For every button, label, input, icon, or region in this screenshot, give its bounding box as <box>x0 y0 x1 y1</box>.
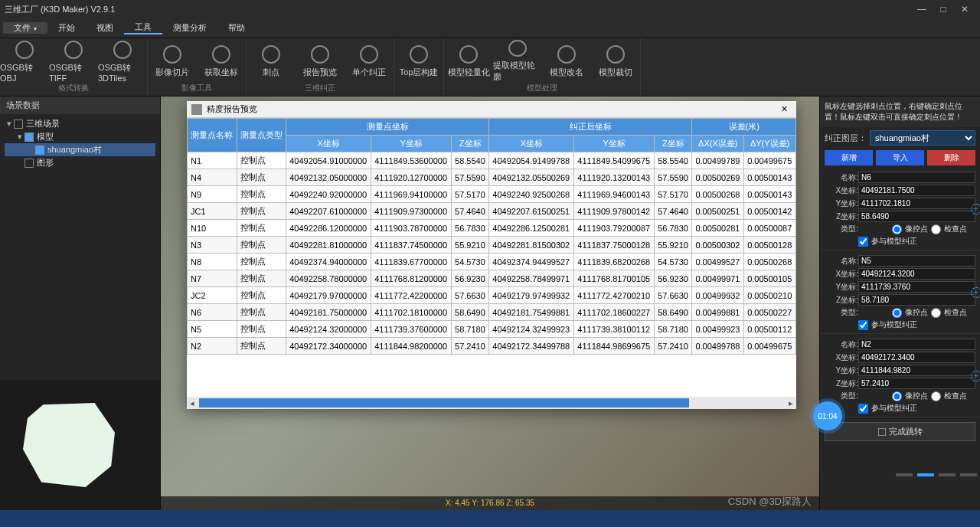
y-field[interactable] <box>858 198 975 209</box>
tool-osgb-3dtiles[interactable]: OSGB转3DTiles <box>98 40 147 83</box>
type-radio-control[interactable] <box>892 391 902 401</box>
name-field[interactable] <box>858 172 975 183</box>
maximize-button[interactable]: □ <box>933 4 954 15</box>
layer-select[interactable]: shuangmiao村 <box>870 130 975 146</box>
tool-label: OSGB转3DTiles <box>98 62 147 83</box>
group-label: 模型处理 <box>527 83 557 94</box>
menu-analysis[interactable]: 测量分析 <box>162 22 217 34</box>
tool-osgb-tiff[interactable]: OSGB转TIFF <box>49 40 98 83</box>
y-field[interactable] <box>858 281 975 293</box>
tree-item[interactable]: 图形 <box>5 156 155 169</box>
delete-button[interactable]: 删除 <box>927 150 975 165</box>
table-row[interactable]: N10控制点40492286.120000004111903.787000005… <box>188 220 796 237</box>
sidebar: 场景数据 ▾三维场景▾模型shuangmiao村图形 <box>0 97 161 510</box>
table-row[interactable]: N9控制点40492240.920000004111969.9410000057… <box>188 186 796 203</box>
minimize-button[interactable]: — <box>911 4 933 15</box>
z-field[interactable] <box>858 294 975 306</box>
scroll-right-icon[interactable]: ▸ <box>786 398 796 408</box>
pager[interactable] <box>896 473 977 476</box>
close-button[interactable]: ✕ <box>954 4 975 15</box>
type-radio-control[interactable] <box>892 308 902 318</box>
table-row[interactable]: N8控制点40492374.940000004111839.6770000054… <box>188 254 796 270</box>
group-label: 三维纠正 <box>305 83 335 94</box>
report-dialog: 精度报告预览 ✕ 测量点名称测量点类型测量点坐标纠正后坐标误差(米) X坐标Y坐… <box>187 101 796 409</box>
titlebar: 三维工厂 (K3D Maker) V2.9.1 — □ ✕ <box>0 0 980 18</box>
tree-item[interactable]: ▾三维场景 <box>5 117 155 130</box>
menu-tools[interactable]: 工具 <box>124 21 162 34</box>
menu-help[interactable]: 帮助 <box>217 22 256 34</box>
tool-top-layer[interactable]: Top层构建 <box>394 40 443 83</box>
type-radio-control[interactable] <box>892 224 902 234</box>
menu-file[interactable]: 文件 <box>3 22 47 34</box>
table-row[interactable]: N3控制点40492281.810000004111837.7450000055… <box>188 237 796 254</box>
x-field[interactable] <box>858 352 975 363</box>
add-icon[interactable]: + <box>971 204 980 214</box>
participate-checkbox[interactable] <box>858 320 868 330</box>
tool-ci-point[interactable]: 刺点 <box>247 40 296 83</box>
type-radio-check[interactable] <box>931 224 941 234</box>
get-coord-icon <box>212 45 230 64</box>
add-icon[interactable]: + <box>971 287 980 298</box>
tool-label: OSGB转TIFF <box>49 62 98 83</box>
tool-get-coord[interactable]: 获取坐标 <box>197 40 246 83</box>
toolbar: OSGB转OBJOSGB转TIFFOSGB转3DTiles格式转换影像切片获取坐… <box>0 38 980 97</box>
tool-model-light[interactable]: 模型轻量化 <box>444 40 493 83</box>
table-row[interactable]: N4控制点40492132.050000004111920.1270000057… <box>188 169 796 186</box>
menu-view[interactable]: 视图 <box>86 22 124 34</box>
add-icon[interactable]: + <box>971 371 980 381</box>
ci-point-icon <box>262 45 280 64</box>
table-row[interactable]: JC2控制点40492179.970000004111772.422000005… <box>188 287 796 304</box>
name-field[interactable] <box>858 255 975 267</box>
tool-osgb-obj[interactable]: OSGB转OBJ <box>0 40 49 83</box>
z-field[interactable] <box>858 378 975 389</box>
name-field[interactable] <box>858 339 975 350</box>
osgb-obj-icon <box>15 41 34 59</box>
minimap[interactable] <box>0 380 160 510</box>
table-row[interactable]: N1控制点40492054.910000004111849.5360000058… <box>188 152 796 169</box>
report-table: 测量点名称测量点类型测量点坐标纠正后坐标误差(米) X坐标Y坐标Z坐标X坐标Y坐… <box>187 118 796 355</box>
timestamp-badge: 01:04 <box>813 401 842 430</box>
table-row[interactable]: N2控制点40492172.340000004111844.9820000057… <box>188 338 796 355</box>
footer <box>0 510 980 527</box>
tool-label: 刺点 <box>263 67 279 78</box>
tree-item[interactable]: shuangmiao村 <box>5 143 155 156</box>
new-button[interactable]: 新增 <box>825 150 873 165</box>
y-field[interactable] <box>858 365 975 376</box>
menu-start[interactable]: 开始 <box>47 22 86 34</box>
tool-single-correct[interactable]: 单个纠正 <box>345 40 394 83</box>
dialog-title: 精度报告预览 <box>207 103 257 115</box>
x-field[interactable] <box>858 185 975 196</box>
table-row[interactable]: N7控制点40492258.780000004111768.8120000056… <box>188 270 796 287</box>
type-radio-check[interactable] <box>931 391 941 401</box>
report-preview-icon <box>311 45 329 64</box>
model-light-icon <box>459 45 478 64</box>
scroll-left-icon[interactable]: ◂ <box>187 398 198 408</box>
status-coords: X: 4.45 Y: 176.86 Z: 65.35 <box>161 496 819 510</box>
x-field[interactable] <box>858 268 975 280</box>
tool-img-slice[interactable]: 影像切片 <box>148 40 197 83</box>
participate-checkbox[interactable] <box>858 404 868 414</box>
type-radio-check[interactable] <box>931 308 941 318</box>
dialog-close-button[interactable]: ✕ <box>776 104 792 114</box>
scene-header: 场景数据 <box>0 97 160 114</box>
tool-extract-outline[interactable]: 提取模型轮廓 <box>493 40 542 83</box>
single-correct-icon <box>360 45 378 64</box>
tool-model-clip[interactable]: 模型裁切 <box>591 40 640 83</box>
point-edit: ✔+名称:X坐标:Y坐标:Z坐标:类型: 像控点 检查点 参与模型纠正 <box>820 334 980 417</box>
tool-report-preview[interactable]: 报告预览 <box>296 40 345 83</box>
point-edit: ✔+名称:X坐标:Y坐标:Z坐标:类型: 像控点 检查点 参与模型纠正 <box>820 250 980 334</box>
z-field[interactable] <box>858 211 975 222</box>
table-row[interactable]: N5控制点40492124.320000004111739.3760000058… <box>188 321 796 338</box>
osgb-tiff-icon <box>64 41 83 59</box>
import-button[interactable]: 导入 <box>876 150 924 165</box>
scroll-thumb[interactable] <box>199 398 689 408</box>
menubar: 文件 开始 视图 工具 测量分析 帮助 <box>0 18 980 38</box>
table-row[interactable]: N6控制点40492181.750000004111702.1810000058… <box>188 304 796 321</box>
tool-model-rename[interactable]: 模型改名 <box>542 40 591 83</box>
tree-item[interactable]: ▾模型 <box>5 130 155 143</box>
done-button[interactable]: 完成跳转 <box>825 422 975 441</box>
tool-label: 模型裁切 <box>599 67 632 78</box>
participate-checkbox[interactable] <box>858 237 868 247</box>
table-row[interactable]: JC1控制点40492207.610000004111909.973000005… <box>188 203 796 220</box>
h-scrollbar[interactable]: ◂ ▸ <box>187 397 796 409</box>
